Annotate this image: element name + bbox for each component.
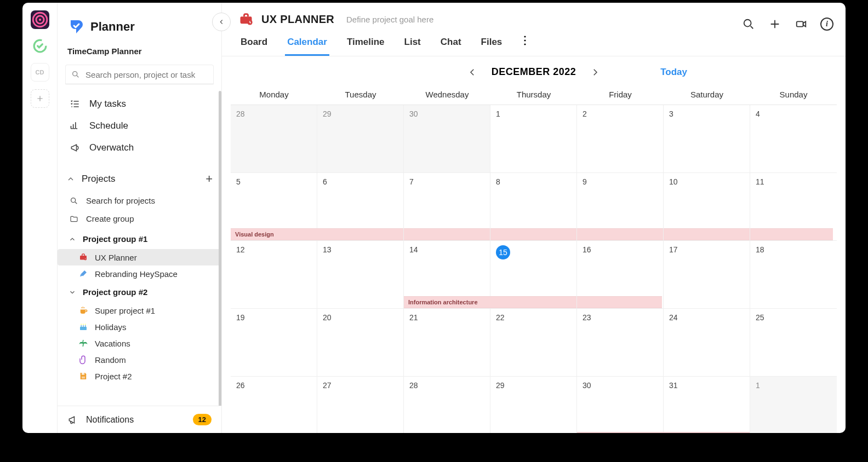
calendar-cell[interactable]: 20 xyxy=(317,309,404,377)
project-item[interactable]: Vacations xyxy=(58,335,221,351)
projects-section-header[interactable]: Projects + xyxy=(58,161,221,190)
calendar-cell[interactable]: 29 xyxy=(490,377,577,433)
nav-my-tasks[interactable]: My tasks xyxy=(63,93,216,115)
day-number: 25 xyxy=(756,313,764,322)
project-group-header[interactable]: Project group #1 xyxy=(58,229,221,249)
calendar-cell[interactable]: 22 xyxy=(490,309,577,377)
project-item[interactable]: Random xyxy=(58,351,221,368)
project-title: UX PLANNER xyxy=(261,13,334,26)
day-number: 18 xyxy=(756,245,764,254)
chevron-left-icon xyxy=(218,18,225,26)
calendar-cell[interactable]: 8 xyxy=(490,173,577,241)
tab-files[interactable]: Files xyxy=(479,33,505,56)
tab-list[interactable]: List xyxy=(402,33,423,56)
calendar-cell[interactable]: 14Information architecture xyxy=(404,241,490,309)
calendar-cell[interactable]: 26 xyxy=(231,377,317,433)
day-number: 14 xyxy=(409,245,418,254)
calendar-cell[interactable]: 28 xyxy=(404,377,490,433)
notifications[interactable]: Notifications 12 xyxy=(58,406,221,433)
project-goal-placeholder[interactable]: Define project goal here xyxy=(346,15,433,24)
next-month-button[interactable] xyxy=(590,67,600,77)
calendar-cell[interactable]: 16 xyxy=(577,241,664,309)
tab-more-button[interactable]: ⋮ xyxy=(519,33,530,56)
calendar-cell[interactable]: 4 xyxy=(750,105,837,173)
day-number: 16 xyxy=(583,245,591,254)
calendar-cell[interactable]: 13 xyxy=(317,241,404,309)
nav-overwatch-label: Overwatch xyxy=(89,142,134,153)
calendar-cell[interactable]: 11 xyxy=(750,173,837,241)
calendar-cell[interactable]: 9 xyxy=(577,173,664,241)
add-button[interactable] xyxy=(768,17,782,31)
app-window: CD Planner TimeCamp Planner My tasks Sch xyxy=(22,3,846,433)
create-group[interactable]: Create group xyxy=(62,210,217,228)
project-item[interactable]: Project #2 xyxy=(58,368,221,384)
nav-schedule-label: Schedule xyxy=(89,120,128,131)
back-button[interactable] xyxy=(212,13,231,31)
sidebar-scroll: My tasks Schedule Overwatch Projects + xyxy=(58,91,221,406)
calendar-cell[interactable]: 7 xyxy=(404,173,490,241)
calendar-cell[interactable]: 30 xyxy=(404,105,490,173)
calendar-cell[interactable]: 1 xyxy=(750,377,837,433)
calendar-cell[interactable]: 17 xyxy=(664,241,750,309)
calendar-cell[interactable]: 6 xyxy=(317,173,404,241)
calendar-cell[interactable]: 30desktop app xyxy=(577,377,664,433)
calendar-cell[interactable]: 25 xyxy=(750,309,837,377)
project-item[interactable]: Holidays xyxy=(58,319,221,335)
search-button[interactable] xyxy=(741,17,756,31)
today-button[interactable]: Today xyxy=(660,67,687,78)
calendar-cell[interactable]: 19 xyxy=(231,309,317,377)
calendar-cell[interactable]: 28 xyxy=(231,105,317,173)
group-name: Project group #2 xyxy=(83,287,147,297)
day-number: 10 xyxy=(669,177,678,186)
project-item[interactable]: Rebranding HeySpace xyxy=(58,265,221,282)
calendar-cell[interactable]: 12 xyxy=(231,241,317,309)
tab-calendar[interactable]: Calendar xyxy=(285,33,329,56)
day-number: 3 xyxy=(669,109,673,118)
calendar-cell[interactable]: 29 xyxy=(317,105,404,173)
rail-add-button[interactable] xyxy=(31,89,49,108)
project-item[interactable]: Super project #1 xyxy=(58,302,221,319)
rail-app-target[interactable] xyxy=(31,10,49,29)
calendar: MondayTuesdayWednesdayThursdayFridaySatu… xyxy=(222,84,846,433)
video-button[interactable] xyxy=(794,17,808,31)
day-number: 29 xyxy=(496,381,505,390)
rail-app-check[interactable] xyxy=(31,37,49,55)
search-projects[interactable]: Search for projects xyxy=(62,192,217,210)
info-button[interactable]: i xyxy=(820,18,833,31)
nav-overwatch[interactable]: Overwatch xyxy=(63,137,216,159)
sidebar-search[interactable] xyxy=(65,65,214,84)
svg-rect-17 xyxy=(797,21,803,26)
calendar-cell[interactable]: 2 xyxy=(577,105,664,173)
rail-user-avatar[interactable]: CD xyxy=(31,63,49,82)
prev-month-button[interactable] xyxy=(467,67,477,77)
svg-rect-13 xyxy=(82,377,85,379)
nav-schedule[interactable]: Schedule xyxy=(63,115,216,137)
day-number: 26 xyxy=(236,381,245,390)
svg-rect-12 xyxy=(82,373,84,375)
day-number: 20 xyxy=(323,313,332,322)
day-number: 17 xyxy=(669,245,678,254)
calendar-cell[interactable]: 21 xyxy=(404,309,490,377)
calendar-cell[interactable]: 24 xyxy=(664,309,750,377)
tab-chat[interactable]: Chat xyxy=(438,33,464,56)
calendar-cell[interactable]: 10 xyxy=(664,173,750,241)
tab-board[interactable]: Board xyxy=(238,33,270,56)
calendar-cell[interactable]: 18 xyxy=(750,241,837,309)
palm-icon xyxy=(78,338,88,348)
search-icon xyxy=(743,18,755,30)
day-number: 15 xyxy=(496,245,510,259)
project-group-header[interactable]: Project group #2 xyxy=(58,282,221,302)
calendar-cell[interactable]: 27 xyxy=(317,377,404,433)
add-project-button[interactable]: + xyxy=(205,172,213,186)
calendar-cell[interactable]: 31 xyxy=(664,377,750,433)
calendar-cell[interactable]: 3 xyxy=(664,105,750,173)
sidebar-search-input[interactable] xyxy=(85,70,208,79)
svg-rect-8 xyxy=(80,327,87,330)
project-item[interactable]: UX Planner xyxy=(58,249,221,265)
calendar-cell[interactable]: 1 xyxy=(490,105,577,173)
app-logo-text: Planner xyxy=(90,20,135,34)
calendar-cell[interactable]: 23 xyxy=(577,309,664,377)
tab-timeline[interactable]: Timeline xyxy=(345,33,387,56)
calendar-cell[interactable]: 5Visual design xyxy=(231,173,317,241)
calendar-cell[interactable]: 15 xyxy=(490,241,577,309)
